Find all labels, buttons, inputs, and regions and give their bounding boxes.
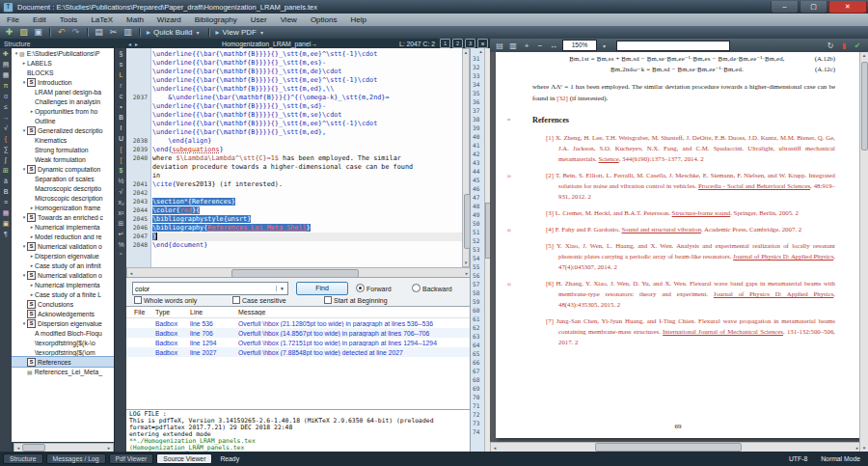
structure-item[interactable]: Kinematics xyxy=(12,135,114,145)
menu-help[interactable]: Help xyxy=(343,15,372,24)
structure-item[interactable]: ▸Numerical implementa xyxy=(12,280,114,289)
fit-width-icon[interactable]: ↔ xyxy=(548,41,559,50)
structure-item[interactable]: ▾SDispersion eigenvalue xyxy=(12,318,114,328)
sup-icon[interactable]: x² xyxy=(117,208,126,218)
structure-item[interactable]: ▸Homogenization frame xyxy=(12,203,114,212)
message-row[interactable]: Badboxline 536Overfull \hbox (21.12805pt… xyxy=(126,318,470,328)
bookmark-button[interactable]: ≡ xyxy=(477,39,488,48)
reference-link[interactable]: Structure-borne sound xyxy=(672,209,731,216)
structure-item[interactable]: ▸LABELS xyxy=(12,58,114,68)
structure-item[interactable]: ▸Case study of an infinit xyxy=(12,260,114,270)
menu-bibliography[interactable]: Bibliography xyxy=(188,15,244,24)
reference-link[interactable]: International Journal of Mechanical Scie… xyxy=(663,328,783,335)
reference-link[interactable]: Journal of Physics D: Applied Physics xyxy=(714,290,833,297)
editor-v-scrollbar[interactable]: ▴ ▾ xyxy=(462,48,470,267)
structure-item[interactable]: ▸Numerical implementa xyxy=(12,222,114,232)
scroll-up-icon[interactable]: ▴ xyxy=(860,52,868,59)
structure-item[interactable]: Separation of scales xyxy=(12,174,114,183)
open-file-icon[interactable]: ▨ xyxy=(17,27,30,38)
integral-icon[interactable]: ∫ xyxy=(1,155,11,165)
bookmark-button[interactable]: 3 xyxy=(465,39,475,48)
reference-link[interactable]: Sound and structural vibration xyxy=(622,226,702,233)
paragraph-icon[interactable]: ¶ xyxy=(1,230,11,239)
arrow-symbols-icon[interactable]: → xyxy=(1,113,11,123)
message-row[interactable]: Badboxline 2027Overfull \hbox (7.88548pt… xyxy=(126,347,470,357)
continuous-pages-icon[interactable]: ▥ xyxy=(507,41,519,50)
citation-link[interactable]: [32] xyxy=(556,95,568,102)
underline-tag-icon[interactable]: U xyxy=(117,134,126,144)
menu-latex[interactable]: LaTeX xyxy=(84,15,120,24)
menu-wizard[interactable]: Wizard xyxy=(150,15,188,24)
accept-icon[interactable]: ✔ xyxy=(852,41,863,50)
document-tab[interactable]: Homogenization_LRAM_panel→ xyxy=(140,41,399,47)
view-pdf-chevron-down-icon[interactable]: ▾ xyxy=(260,29,263,36)
structure-item[interactable]: BLOCKS xyxy=(12,68,114,77)
structure-item[interactable]: SReferences xyxy=(12,357,114,367)
figure-env-icon[interactable]: ▣ xyxy=(1,219,11,229)
misc-math-icon[interactable]: √ xyxy=(1,123,11,133)
bookmarks-panel-icon[interactable]: ▦ xyxy=(1,70,11,80)
copy-icon[interactable]: ▤ xyxy=(93,27,105,38)
find-input-combo[interactable]: ▼ xyxy=(132,282,288,295)
structure-item[interactable]: Weak formulation xyxy=(12,154,114,164)
structure-item[interactable]: A modified Bloch-Floqu xyxy=(12,328,114,338)
structure-item[interactable]: \texorpdfstring{$(k-\o xyxy=(12,338,114,347)
new-document-icon[interactable]: ✚ xyxy=(3,27,15,38)
save-icon[interactable]: ▣ xyxy=(32,27,44,38)
reference-number[interactable]: [2] xyxy=(546,172,556,178)
bookmark-button[interactable]: 2 xyxy=(452,39,463,48)
structure-item[interactable]: ▾SNumerical validation o xyxy=(12,270,114,280)
message-row[interactable]: Badboxline 1294Overfull \hbox (1.72151pt… xyxy=(126,338,470,347)
undo-icon[interactable]: ↶ xyxy=(55,27,68,38)
menu-tools[interactable]: Tools xyxy=(53,15,85,24)
structure-item[interactable]: ▾SNumerical validation o xyxy=(12,241,114,251)
structure-item[interactable]: Microscopic description xyxy=(12,193,114,203)
menu-user[interactable]: User xyxy=(244,15,274,24)
menu-file[interactable]: File xyxy=(0,15,26,24)
backward-radio[interactable]: Backward xyxy=(412,284,452,292)
structure-item[interactable]: Outline xyxy=(12,116,114,125)
close-button[interactable]: ✕ xyxy=(828,1,867,14)
redo-icon[interactable]: ↷ xyxy=(69,27,82,38)
scroll-up-icon[interactable]: ▴ xyxy=(463,49,469,56)
stop-icon[interactable]: ▮ xyxy=(838,41,850,50)
structure-panel-icon[interactable]: ▤ xyxy=(1,60,11,69)
frac-icon[interactable]: ½ xyxy=(117,177,126,186)
pdf-viewer[interactable]: B̲m,1st = B̲m,ss + B̲m,sd − B̲m,se·B̲m,e… xyxy=(490,52,868,452)
reference-link[interactable]: Journal of Physics D: Applied Physics xyxy=(733,253,833,260)
start-at-beginning-checkbox[interactable]: Start at Beginning xyxy=(324,296,388,304)
messages-column-header[interactable]: File xyxy=(126,309,155,315)
cut-icon[interactable]: ✂ xyxy=(107,27,120,38)
messages-column-header[interactable]: Message xyxy=(238,309,470,315)
messages-column-header[interactable]: Type xyxy=(155,309,190,315)
reference-link[interactable]: Procedia - Social and Behavioral Science… xyxy=(698,182,810,189)
message-row[interactable]: Badboxline 706Overfull \hbox (14.8567pt … xyxy=(126,328,470,338)
bookmark-button[interactable]: 1 xyxy=(440,39,450,48)
reference-number[interactable]: [3] xyxy=(546,209,556,216)
operators-icon[interactable]: ∑ xyxy=(1,145,11,154)
quick-build-chevron-down-icon[interactable]: ▾ xyxy=(196,29,199,36)
reference-number[interactable]: [7] xyxy=(546,317,556,324)
structure-item[interactable]: ▾SDynamic computation xyxy=(12,164,114,174)
ref-tag-icon[interactable]: r xyxy=(117,81,126,91)
forward-radio[interactable]: Forward xyxy=(356,284,392,292)
structure-item[interactable]: ▸Opportunities from ho xyxy=(12,106,114,116)
zoom-out-icon[interactable]: − xyxy=(534,41,546,50)
italic-tag-icon[interactable]: I xyxy=(117,123,126,133)
view-pdf-button[interactable]: View PDF xyxy=(223,28,257,37)
statusbar-structure-button[interactable]: Structure xyxy=(3,453,43,464)
maximize-button[interactable]: ▢ xyxy=(800,1,827,14)
structure-item[interactable]: \texorpdfstring{$(\om xyxy=(12,347,114,357)
find-button[interactable]: Find xyxy=(296,282,348,295)
menu-math[interactable]: Math xyxy=(120,15,150,24)
scrollbar-thumb[interactable] xyxy=(595,443,742,451)
array-icon[interactable]: ⊞ xyxy=(117,219,126,229)
reference-number[interactable]: [5] xyxy=(546,242,556,249)
reference-link[interactable]: Science xyxy=(599,155,619,162)
zoom-in-icon[interactable]: + xyxy=(521,41,532,50)
statusbar-pdf-viewer-button[interactable]: Pdf Viewer xyxy=(109,453,154,464)
structure-item[interactable]: ▾SIntroduction xyxy=(12,77,114,87)
quote-icon[interactable]: “ xyxy=(117,251,126,260)
statusbar-source-viewer-button[interactable]: Source Viewer xyxy=(156,453,212,464)
bracket-icon[interactable]: [ xyxy=(117,155,126,165)
